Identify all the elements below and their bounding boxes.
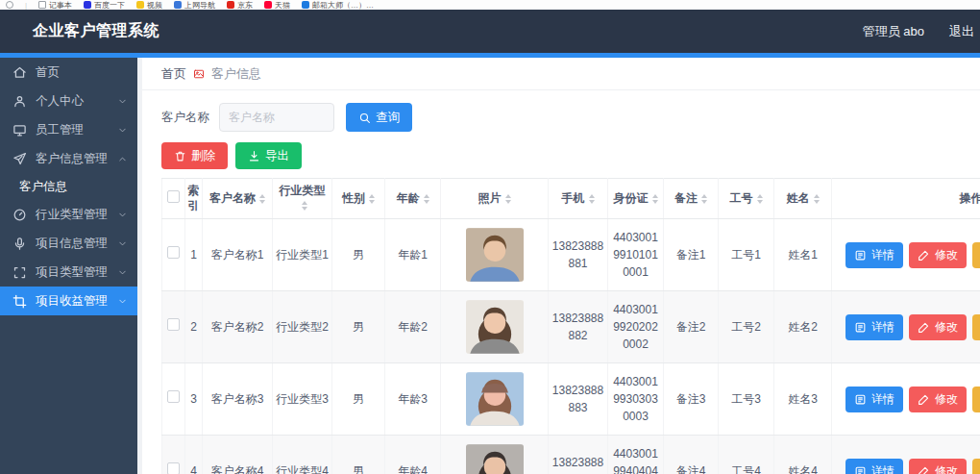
column-header-age[interactable]: 年龄: [385, 179, 441, 219]
cell-name: 客户名称4: [203, 436, 273, 474]
customer-name-input[interactable]: [219, 103, 334, 132]
scan-icon: [12, 265, 27, 280]
bookmark-favicon: [136, 1, 144, 9]
bookmark-item[interactable]: 上网导航: [174, 0, 215, 10]
row-checkbox[interactable]: [167, 462, 180, 474]
customer-photo: [466, 372, 524, 426]
cell-photo: [441, 363, 549, 436]
edit-icon: [918, 249, 930, 262]
column-header-actions: 操作: [832, 179, 980, 219]
cell-idcard: 440300199101010001: [608, 219, 664, 291]
edit-icon: [918, 465, 930, 474]
row-checkbox[interactable]: [167, 318, 180, 331]
modify-button[interactable]: 修改: [909, 459, 967, 474]
cell-gender: 男: [332, 291, 385, 363]
column-header-note[interactable]: 备注: [664, 179, 719, 219]
bookmark-item[interactable]: 记事本: [38, 0, 72, 10]
bookmark-item[interactable]: 京东: [227, 0, 253, 10]
bookmark-item[interactable]: [6, 1, 13, 9]
cell-note: 备注1: [664, 219, 719, 291]
detail-icon: [854, 249, 867, 262]
table-row: 3客户名称3行业类型3男年龄31382388888344030019930303…: [162, 363, 980, 436]
detail-button[interactable]: 详情: [845, 459, 903, 474]
mic-icon: [12, 237, 27, 251]
sidebar-item-6[interactable]: 项目信息管理: [0, 229, 137, 258]
sidebar-item-5[interactable]: 行业类型管理: [0, 200, 137, 229]
column-header-idcard[interactable]: 身份证: [608, 179, 664, 219]
column-header-name[interactable]: 客户名称: [203, 179, 273, 219]
customer-photo: [466, 300, 524, 354]
column-header-gender[interactable]: 性别: [332, 179, 385, 219]
modify-button[interactable]: 修改: [909, 387, 967, 412]
bookmark-item[interactable]: 邮箱大师（…）…: [302, 0, 374, 10]
bookmark-favicon: [174, 1, 182, 9]
cell-idcard: 440300199404040004: [608, 436, 664, 474]
cell-age: 年龄3: [385, 363, 441, 436]
clock-icon: [12, 208, 27, 222]
sort-icon[interactable]: [302, 201, 307, 211]
sort-icon[interactable]: [589, 194, 595, 204]
bookmark-item[interactable]: 视频: [136, 0, 162, 10]
row-delete-button[interactable]: 删除: [972, 459, 980, 474]
column-header-index: 索引: [185, 179, 203, 219]
cell-checkbox: [162, 291, 185, 363]
modify-button[interactable]: 修改: [909, 242, 967, 268]
column-header-checkbox: [162, 179, 185, 219]
sort-icon[interactable]: [505, 194, 511, 204]
sort-icon[interactable]: [757, 194, 763, 204]
detail-button[interactable]: 详情: [845, 314, 903, 340]
column-header-photo[interactable]: 照片: [441, 179, 549, 219]
cell-workno: 工号3: [719, 363, 774, 436]
row-delete-button[interactable]: 删除: [972, 314, 980, 340]
row-checkbox[interactable]: [167, 390, 180, 403]
sidebar-subitem-客户信息[interactable]: 客户信息: [0, 173, 137, 200]
cell-realname: 姓名2: [774, 291, 832, 363]
customer-name-label: 客户名称: [161, 110, 209, 126]
sidebar-item-4[interactable]: 客户信息管理: [0, 144, 137, 173]
column-header-industry[interactable]: 行业类型: [273, 179, 332, 219]
sidebar-item-label: 项目类型管理: [36, 264, 108, 281]
sort-icon[interactable]: [259, 194, 265, 204]
bookmark-favicon: [227, 1, 234, 9]
detail-button[interactable]: 详情: [845, 242, 903, 268]
sort-icon[interactable]: [369, 194, 375, 204]
cell-note: 备注3: [664, 363, 719, 436]
current-user[interactable]: 管理员 abo: [863, 23, 924, 40]
breadcrumb-home[interactable]: 首页: [161, 65, 186, 83]
sidebar-item-2[interactable]: 个人中心: [0, 87, 137, 115]
modify-button[interactable]: 修改: [909, 314, 967, 340]
row-checkbox[interactable]: [167, 246, 180, 259]
sort-icon[interactable]: [652, 194, 658, 204]
select-all-checkbox[interactable]: [167, 190, 180, 203]
sidebar-item-label: 行业类型管理: [36, 207, 108, 223]
bookmark-item[interactable]: 天猫: [264, 0, 290, 10]
logout-button[interactable]: 退出: [949, 23, 974, 40]
cell-idcard: 440300199202020002: [608, 291, 664, 363]
circle-icon: [6, 1, 13, 9]
sidebar-item-3[interactable]: 员工管理: [0, 115, 137, 144]
sidebar-item-7[interactable]: 项目类型管理: [0, 258, 137, 287]
sort-icon[interactable]: [814, 194, 820, 204]
sort-icon[interactable]: [424, 194, 429, 204]
export-button[interactable]: 导出: [235, 142, 302, 169]
delete-button[interactable]: 删除: [161, 142, 228, 169]
cell-checkbox: [162, 436, 185, 474]
column-header-phone[interactable]: 手机: [549, 179, 608, 219]
bookmark-item[interactable]: 百度一下: [84, 0, 125, 10]
detail-icon: [854, 393, 867, 406]
sort-icon[interactable]: [701, 194, 707, 204]
query-button[interactable]: 查询: [346, 103, 412, 132]
cell-industry: 行业类型1: [273, 219, 332, 291]
row-delete-button[interactable]: 删除: [972, 242, 980, 268]
cell-checkbox: [162, 219, 185, 291]
detail-button[interactable]: 详情: [845, 387, 903, 412]
column-header-workno[interactable]: 工号: [719, 179, 774, 219]
cell-workno: 工号4: [719, 436, 774, 474]
cell-name: 客户名称1: [203, 219, 273, 291]
row-delete-button[interactable]: 删除: [972, 387, 980, 412]
sidebar-item-1[interactable]: 首页: [0, 58, 137, 87]
sidebar-item-8[interactable]: 项目收益管理: [0, 287, 137, 315]
column-header-realname[interactable]: 姓名: [774, 179, 832, 219]
chevron-down-icon: [117, 267, 128, 278]
breadcrumb-current: 客户信息: [211, 65, 261, 83]
